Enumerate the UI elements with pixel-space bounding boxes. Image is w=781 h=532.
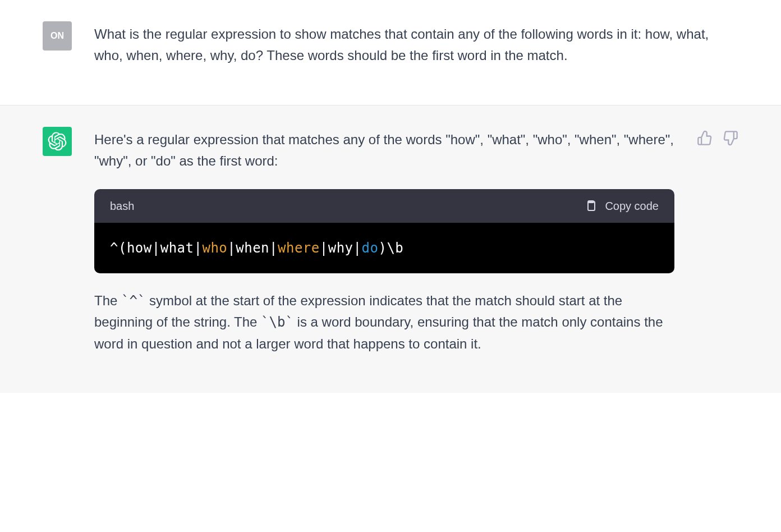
feedback-controls: [697, 127, 738, 146]
clipboard-icon: [584, 199, 597, 213]
code-token: |: [269, 240, 278, 256]
copy-code-button[interactable]: Copy code: [584, 197, 659, 215]
assistant-explanation: The `^` symbol at the start of the expre…: [94, 290, 674, 355]
user-message-text: What is the regular expression to show m…: [94, 24, 738, 67]
code-token: |: [152, 240, 160, 256]
code-token: |: [353, 240, 362, 256]
assistant-intro: Here's a regular expression that matches…: [94, 129, 674, 172]
user-message: What is the regular expression to show m…: [94, 21, 738, 77]
copy-code-label: Copy code: [605, 197, 659, 215]
code-token: |: [320, 240, 328, 256]
code-content[interactable]: ^(how|what|who|when|where|why|do)\b: [94, 223, 674, 273]
assistant-message: Here's a regular expression that matches…: [94, 127, 674, 365]
assistant-turn: Here's a regular expression that matches…: [0, 106, 781, 393]
assistant-avatar: [43, 127, 72, 156]
inline-code: `^`: [121, 293, 145, 309]
thumbs-down-icon: [723, 130, 738, 146]
code-token: |: [227, 240, 236, 256]
code-token: when: [236, 240, 269, 256]
code-token: |: [194, 240, 203, 256]
inline-code: `\b`: [261, 314, 293, 330]
code-token: what: [160, 240, 194, 256]
code-token: where: [278, 240, 320, 256]
code-header: bash Copy code: [94, 189, 674, 223]
thumbs-up-icon: [697, 130, 713, 146]
code-token: who: [202, 240, 227, 256]
code-block: bash Copy code ^(how|what|who|when|where…: [94, 189, 674, 273]
code-token: )\b: [378, 240, 403, 256]
user-turn: ON What is the regular expression to sho…: [0, 0, 781, 106]
user-avatar: ON: [43, 21, 72, 51]
code-token: ^(how: [110, 240, 152, 256]
code-token: do: [362, 240, 379, 256]
code-token: why: [328, 240, 353, 256]
thumbs-up-button[interactable]: [697, 130, 713, 146]
user-avatar-text: ON: [50, 29, 64, 43]
openai-logo-icon: [48, 132, 67, 151]
thumbs-down-button[interactable]: [723, 130, 738, 146]
explain-text: The: [94, 293, 121, 308]
code-language-label: bash: [110, 197, 134, 215]
